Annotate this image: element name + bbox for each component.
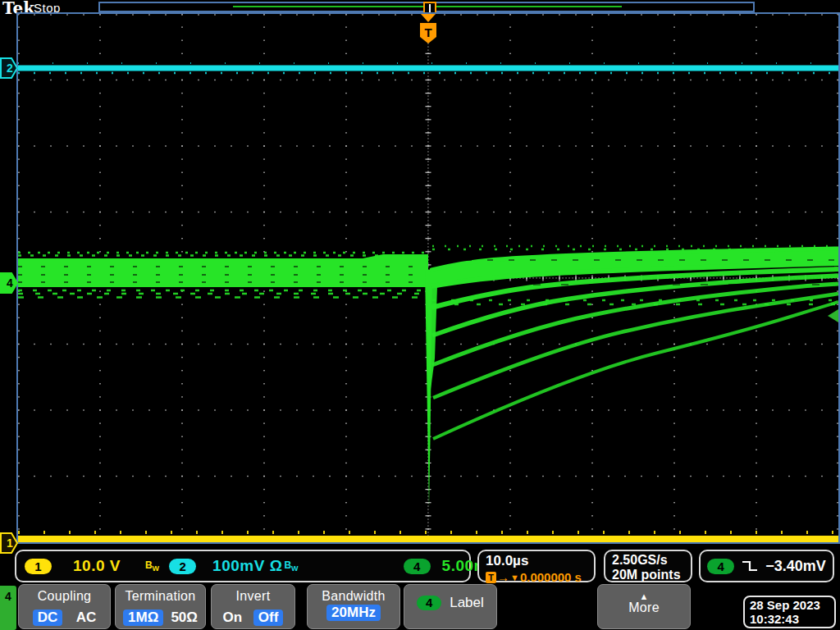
termination-title: Termination bbox=[116, 589, 205, 604]
label-ch4-badge: 4 bbox=[417, 596, 441, 610]
trigger-readout-box[interactable]: 4 −3.40mV bbox=[699, 550, 834, 582]
more-button[interactable]: ▲ More bbox=[597, 584, 691, 629]
termination-1mohm-option[interactable]: 1MΩ bbox=[123, 609, 163, 626]
bandwidth-20mhz-option[interactable]: 20MHz bbox=[326, 605, 381, 621]
record-overview-bar[interactable] bbox=[98, 2, 755, 12]
ch4-badge: 4 bbox=[404, 559, 431, 574]
invert-title: Invert bbox=[212, 589, 294, 604]
ch1-bandwidth-icon: BW bbox=[145, 559, 159, 573]
bandwidth-title: Bandwidth bbox=[308, 589, 399, 604]
trigger-level-readout: −3.40mV bbox=[765, 558, 826, 575]
channel1-marker[interactable]: 1 bbox=[0, 532, 18, 555]
channel-readouts-box[interactable]: 1 10.0 V BW 2 100mV Ω BW 4 5.00mV BW bbox=[15, 550, 471, 582]
coupling-ac-option[interactable]: AC bbox=[76, 609, 97, 626]
channel2-marker[interactable]: 2 bbox=[0, 57, 18, 80]
ch2-bandwidth-icon: BW bbox=[284, 559, 298, 573]
invert-off-option[interactable]: Off bbox=[253, 609, 284, 626]
trigger-level-arrow[interactable] bbox=[828, 309, 838, 322]
sample-rate-readout: 2.50GS/s bbox=[612, 553, 691, 568]
invert-on-option[interactable]: On bbox=[223, 609, 243, 626]
ch1-scale-readout: 10.0 V bbox=[73, 557, 121, 575]
invert-button[interactable]: Invert On Off bbox=[211, 584, 295, 629]
svg-text:1: 1 bbox=[7, 536, 13, 550]
ch1-badge: 1 bbox=[25, 559, 52, 574]
channel4-menu-tab[interactable]: 4 bbox=[0, 586, 16, 630]
label-button[interactable]: 4 Label bbox=[404, 584, 497, 629]
trigger-position-readout: T→▼0.000000 s bbox=[486, 570, 594, 584]
bandwidth-button[interactable]: Bandwidth 20MHz bbox=[307, 584, 400, 629]
trigger-position-marker[interactable]: T bbox=[420, 14, 436, 43]
termination-50ohm-option[interactable]: 50Ω bbox=[171, 609, 198, 626]
waveform-display: T bbox=[18, 14, 838, 542]
coupling-title: Coupling bbox=[19, 589, 110, 604]
datetime-box: 28 Sep 2023 10:32:43 bbox=[743, 596, 836, 628]
graticule: T bbox=[16, 12, 840, 544]
falling-edge-icon bbox=[742, 559, 758, 573]
label-title: Label bbox=[450, 595, 484, 611]
record-length-readout: 20M points bbox=[612, 568, 691, 582]
termination-button[interactable]: Termination 1MΩ 50Ω bbox=[115, 584, 206, 629]
time-readout: 10:32:43 bbox=[750, 612, 834, 626]
trigger-t-label: T bbox=[424, 25, 431, 39]
coupling-button[interactable]: Coupling DC AC bbox=[18, 584, 111, 629]
horizontal-readout-box[interactable]: 10.0µs T→▼0.000000 s bbox=[477, 550, 596, 582]
more-title: More bbox=[598, 600, 690, 615]
acquisition-readout-box[interactable]: 2.50GS/s 20M points bbox=[604, 550, 692, 582]
coupling-dc-option[interactable]: DC bbox=[33, 609, 63, 626]
date-readout: 28 Sep 2023 bbox=[750, 598, 834, 612]
trigger-t-icon: T bbox=[486, 572, 496, 583]
channel4-marker[interactable]: 4 bbox=[0, 272, 18, 294]
trigger-source-badge: 4 bbox=[707, 559, 734, 574]
svg-text:4: 4 bbox=[7, 276, 13, 290]
svg-text:2: 2 bbox=[7, 62, 13, 75]
timebase-readout: 10.0µs bbox=[486, 553, 594, 569]
more-up-arrow-icon: ▲ bbox=[598, 592, 690, 600]
ch2-badge: 2 bbox=[169, 559, 196, 574]
ch2-scale-readout: 100mV Ω bbox=[212, 557, 282, 575]
